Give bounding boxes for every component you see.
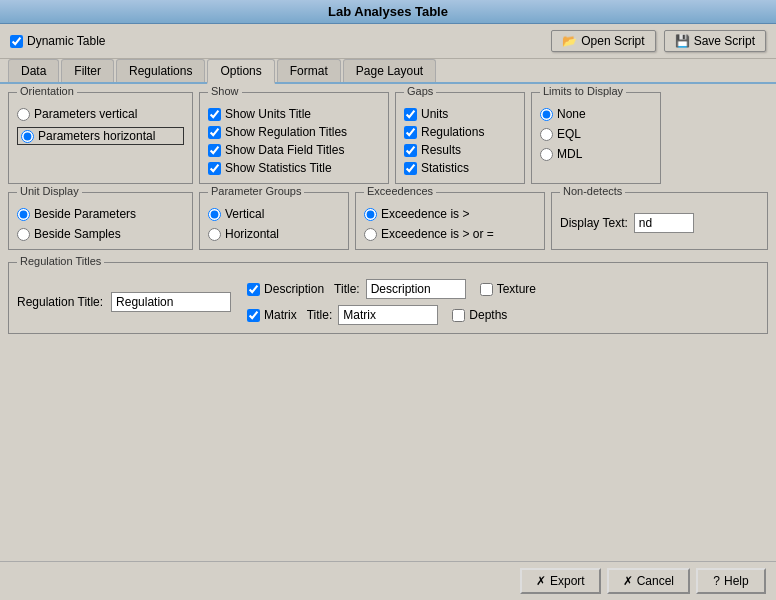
regulation-titles-title: Regulation Titles (17, 255, 104, 267)
dynamic-table-checkbox-label[interactable]: Dynamic Table (10, 34, 105, 48)
show-statistics-title-checkbox[interactable] (208, 162, 221, 175)
unit-beside-samples-radio[interactable] (17, 228, 30, 241)
tab-format[interactable]: Format (277, 59, 341, 82)
texture-checkbox[interactable] (480, 283, 493, 296)
orientation-horizontal-radio[interactable] (21, 130, 34, 143)
unit-display-panel: Unit Display Beside Parameters Beside Sa… (8, 192, 193, 250)
gaps-statistics-checkbox[interactable] (404, 162, 417, 175)
help-button[interactable]: ? Help (696, 568, 766, 594)
non-detects-panel: Non-detects Display Text: (551, 192, 768, 250)
unit-beside-params-radio[interactable] (17, 208, 30, 221)
unit-beside-samples-label[interactable]: Beside Samples (17, 227, 184, 241)
param-horizontal-label[interactable]: Horizontal (208, 227, 340, 241)
matrix-label: Matrix (264, 308, 297, 322)
limits-mdl-radio[interactable] (540, 148, 553, 161)
exceed-gt-label[interactable]: Exceedence is > (364, 207, 536, 221)
dynamic-table-label: Dynamic Table (27, 34, 105, 48)
show-statistics-title-label[interactable]: Show Statistics Title (208, 161, 380, 175)
orientation-horizontal-text: Parameters horizontal (38, 129, 155, 143)
open-script-icon: 📂 (562, 34, 577, 48)
save-script-button[interactable]: 💾 Save Script (664, 30, 766, 52)
gaps-results-checkbox[interactable] (404, 144, 417, 157)
title-bar: Lab Analyses Table (0, 0, 776, 24)
orientation-horizontal-label[interactable]: Parameters horizontal (17, 127, 184, 145)
show-units-title-checkbox[interactable] (208, 108, 221, 121)
gaps-statistics-label[interactable]: Statistics (404, 161, 516, 175)
reg-title-input[interactable] (111, 292, 231, 312)
window-title: Lab Analyses Table (328, 4, 448, 19)
description-title-input[interactable] (366, 279, 466, 299)
exceedences-radio-group: Exceedence is > Exceedence is > or = (364, 207, 536, 241)
texture-checkbox-label[interactable]: Texture (480, 282, 536, 296)
depths-label: Depths (469, 308, 507, 322)
gaps-results-label[interactable]: Results (404, 143, 516, 157)
regulation-title-row: Regulation Title: Description Title: Tex… (17, 279, 759, 325)
limits-panel: Limits to Display None EQL MDL (531, 92, 661, 184)
gaps-regulations-checkbox[interactable] (404, 126, 417, 139)
description-checkbox[interactable] (247, 283, 260, 296)
display-text-input[interactable] (634, 213, 694, 233)
show-reg-titles-text: Show Regulation Titles (225, 125, 347, 139)
depths-checkbox-label[interactable]: Depths (452, 308, 507, 322)
depths-checkbox[interactable] (452, 309, 465, 322)
show-reg-titles-checkbox[interactable] (208, 126, 221, 139)
matrix-title-label: Title: (307, 308, 333, 322)
limits-eql-text: EQL (557, 127, 581, 141)
show-units-title-label[interactable]: Show Units Title (208, 107, 380, 121)
tab-data[interactable]: Data (8, 59, 59, 82)
matrix-checkbox[interactable] (247, 309, 260, 322)
exceed-gte-label[interactable]: Exceedence is > or = (364, 227, 536, 241)
cancel-button[interactable]: ✗ Cancel (607, 568, 690, 594)
limits-eql-radio[interactable] (540, 128, 553, 141)
limits-mdl-label[interactable]: MDL (540, 147, 652, 161)
gaps-panel: Gaps Units Regulations Results Statistic… (395, 92, 525, 184)
texture-label: Texture (497, 282, 536, 296)
unit-beside-params-label[interactable]: Beside Parameters (17, 207, 184, 221)
description-checkbox-label[interactable]: Description (247, 282, 324, 296)
non-detects-title: Non-detects (560, 185, 625, 197)
orientation-radio-group: Parameters vertical Parameters horizonta… (17, 107, 184, 145)
limits-radio-group: None EQL MDL (540, 107, 652, 161)
exceed-gte-radio[interactable] (364, 228, 377, 241)
show-units-title-text: Show Units Title (225, 107, 311, 121)
limits-none-radio[interactable] (540, 108, 553, 121)
show-data-field-titles-checkbox[interactable] (208, 144, 221, 157)
regulation-titles-section: Regulation Titles Regulation Title: Desc… (8, 262, 768, 334)
export-icon: ✗ (536, 574, 546, 588)
show-reg-titles-label[interactable]: Show Regulation Titles (208, 125, 380, 139)
exceed-gte-text: Exceedence is > or = (381, 227, 494, 241)
orientation-vertical-text: Parameters vertical (34, 107, 137, 121)
bottom-bar: ✗ Export ✗ Cancel ? Help (0, 561, 776, 600)
exceed-gt-radio[interactable] (364, 208, 377, 221)
matrix-checkbox-label[interactable]: Matrix (247, 308, 297, 322)
matrix-title-input[interactable] (338, 305, 438, 325)
gaps-units-label[interactable]: Units (404, 107, 516, 121)
gaps-regulations-label[interactable]: Regulations (404, 125, 516, 139)
cancel-label: Cancel (637, 574, 674, 588)
orientation-vertical-label[interactable]: Parameters vertical (17, 107, 184, 121)
param-vertical-label[interactable]: Vertical (208, 207, 340, 221)
limits-eql-label[interactable]: EQL (540, 127, 652, 141)
gaps-statistics-text: Statistics (421, 161, 469, 175)
open-script-button[interactable]: 📂 Open Script (551, 30, 655, 52)
param-horizontal-radio[interactable] (208, 228, 221, 241)
dynamic-table-checkbox[interactable] (10, 35, 23, 48)
help-icon: ? (713, 574, 720, 588)
show-data-field-titles-label[interactable]: Show Data Field Titles (208, 143, 380, 157)
tab-regulations[interactable]: Regulations (116, 59, 205, 82)
gaps-units-text: Units (421, 107, 448, 121)
param-horizontal-text: Horizontal (225, 227, 279, 241)
parameter-groups-panel: Parameter Groups Vertical Horizontal (199, 192, 349, 250)
export-button[interactable]: ✗ Export (520, 568, 601, 594)
tab-options[interactable]: Options (207, 59, 274, 84)
show-statistics-title-text: Show Statistics Title (225, 161, 332, 175)
toolbar: Dynamic Table 📂 Open Script 💾 Save Scrip… (0, 24, 776, 59)
tab-filter[interactable]: Filter (61, 59, 114, 82)
limits-none-text: None (557, 107, 586, 121)
exceedences-panel: Exceedences Exceedence is > Exceedence i… (355, 192, 545, 250)
tab-page-layout[interactable]: Page Layout (343, 59, 436, 82)
param-vertical-radio[interactable] (208, 208, 221, 221)
limits-none-label[interactable]: None (540, 107, 652, 121)
orientation-vertical-radio[interactable] (17, 108, 30, 121)
gaps-units-checkbox[interactable] (404, 108, 417, 121)
